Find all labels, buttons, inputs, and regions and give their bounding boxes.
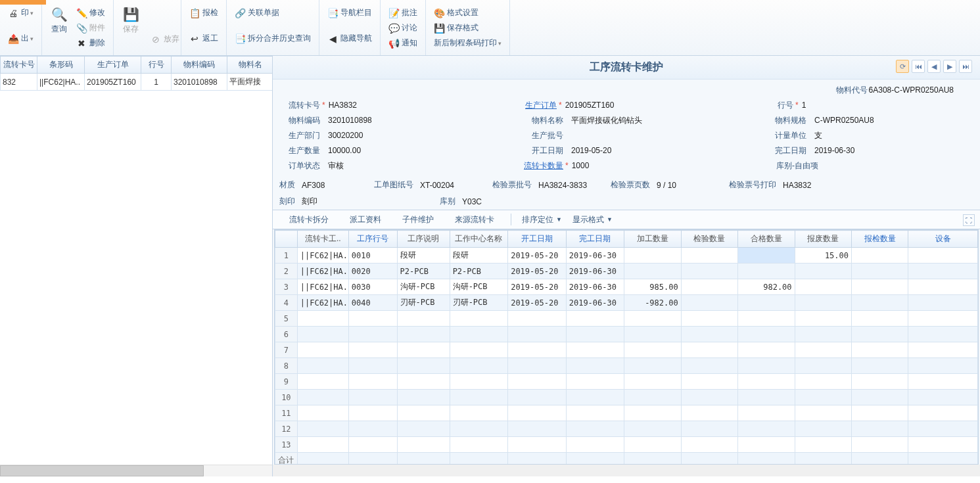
table-row[interactable]: 4||FC62|HA..0040刃研-PCB刃研-PCB2019-05-2020… (275, 295, 978, 311)
card-qty-value: 1000 (571, 161, 643, 170)
col-row-no[interactable]: 行号 (141, 57, 172, 74)
sort-dropdown[interactable]: 排序定位▼ (517, 212, 567, 228)
barcode-print-button[interactable]: 新后制程条码打印▾ (430, 35, 505, 51)
prod-dept-label: 生产部门 (279, 130, 320, 141)
discard-button[interactable]: ⊘放弃 (147, 32, 183, 47)
col-op-desc[interactable]: 工序说明 (397, 231, 450, 248)
prev-button[interactable]: ◀ (927, 60, 941, 73)
card-list-grid[interactable]: 流转卡号 条形码 生产订单 行号 物料编码 物料名 832 ||FC62|HA.… (0, 56, 272, 91)
prod-batch-label: 生产批号 (523, 130, 563, 141)
tab-source[interactable]: 来源流转卡 (445, 211, 504, 228)
hide-nav-button[interactable]: ◀隐藏导航 (323, 31, 376, 46)
last-button[interactable]: ⏭ (959, 60, 972, 73)
nav-bar-button[interactable]: 📑导航栏目 (323, 5, 376, 20)
notify-button[interactable]: 📢通知 (385, 35, 421, 51)
col-equip[interactable]: 设备 (908, 231, 978, 248)
hide-icon: ◀ (327, 34, 338, 44)
first-button[interactable]: ⏮ (912, 60, 925, 73)
col-good-qty[interactable]: 合格数量 (738, 231, 795, 248)
next-button[interactable]: ▶ (943, 60, 956, 73)
delete-button[interactable]: ✖删除 (72, 35, 109, 51)
tab-split[interactable]: 流转卡拆分 (279, 211, 338, 228)
table-row[interactable]: 8 (275, 358, 978, 374)
format-set-button[interactable]: 🎨格式设置 (430, 5, 505, 20)
table-row[interactable]: 13 (275, 437, 978, 453)
insp-page-label: 检验票页数 (611, 179, 650, 191)
col-report-qty[interactable]: 报检数量 (852, 231, 908, 248)
chat-icon: 💬 (388, 23, 399, 34)
refresh-button[interactable]: ⟳ (896, 60, 909, 73)
assoc-doc-button[interactable]: 🔗关联单据 (231, 5, 315, 20)
col-op-no[interactable]: 工序行号 (348, 231, 397, 248)
col-scrap-qty[interactable]: 报废数量 (795, 231, 851, 248)
store-value: Y03C (462, 197, 515, 206)
table-row[interactable]: 5 (275, 311, 978, 327)
display-format-dropdown[interactable]: 显示格式▼ (567, 212, 618, 228)
prod-qty-value: 10000.00 (327, 146, 399, 155)
expand-button[interactable]: ⛶ (963, 214, 975, 226)
material-code-label: 物料代号 (827, 85, 868, 96)
col-wc-name[interactable]: 工作中心名称 (450, 231, 508, 248)
left-hscrollbar[interactable] (0, 465, 272, 476)
col-end[interactable]: 完工日期 (566, 231, 624, 248)
table-row[interactable]: 9 (275, 374, 978, 390)
table-row[interactable]: 12 (275, 421, 978, 437)
modify-button[interactable]: ✏️修改 (72, 5, 109, 20)
col-card-op[interactable]: 流转卡工.. (297, 231, 348, 248)
card-qty-label[interactable]: 流转卡数量 (523, 160, 563, 172)
operation-grid[interactable]: 流转卡工.. 工序行号 工序说明 工作中心名称 开工日期 完工日期 加工数量 检… (275, 230, 978, 465)
prod-order-label[interactable]: 生产订单 (516, 100, 557, 111)
col-prod-order[interactable]: 生产订单 (85, 57, 141, 74)
detail-hscrollbar[interactable] (273, 465, 980, 476)
split-history-button[interactable]: 📑拆分合并历史查询 (231, 31, 315, 46)
col-start[interactable]: 开工日期 (508, 231, 567, 248)
discard-icon: ⊘ (151, 34, 161, 45)
remark-button[interactable]: 📝批注 (385, 5, 421, 20)
col-mat-code[interactable]: 物料编码 (172, 57, 227, 74)
left-grid-container: 流转卡号 条形码 生产订单 行号 物料编码 物料名 832 ||FC62|HA.… (0, 56, 272, 465)
table-row[interactable]: 2||FC62|HA..0020P2-PCBP2-PCB2019-05-2020… (275, 264, 978, 279)
col-barcode[interactable]: 条形码 (37, 57, 85, 74)
prod-order-value: 201905ZT160 (564, 101, 636, 110)
save-format-button[interactable]: 💾保存格式 (430, 20, 505, 35)
list-row[interactable]: 832 ||FC62|HA.. 201905ZT160 1 3201010898… (1, 74, 273, 91)
table-row[interactable]: 3||FC62|HA..0030沟研-PCB沟研-PCB2019-05-2020… (275, 279, 978, 295)
drawing-value: XT-00204 (420, 181, 473, 190)
detail-grid-container: 流转卡工.. 工序行号 工序说明 工作中心名称 开工日期 完工日期 加工数量 检… (274, 229, 979, 465)
rework-button[interactable]: ↩返工 (185, 31, 222, 46)
start-date-value: 2019-05-20 (570, 146, 642, 155)
tab-dispatch[interactable]: 派工资料 (340, 211, 391, 228)
status-label: 订单状态 (279, 160, 320, 172)
store-free-label: 库别-自由项 (766, 160, 818, 172)
mat-spec-label: 物料规格 (766, 115, 806, 126)
table-row[interactable]: 6 (275, 327, 978, 342)
col-insp-qty[interactable]: 检验数量 (681, 231, 737, 248)
mat-code-label: 物料编码 (279, 115, 320, 126)
print-button[interactable]: 🖨印▾ (4, 5, 37, 20)
tab-subitem[interactable]: 子件维护 (392, 211, 444, 228)
insp-print-label: 检验票号打印 (729, 179, 776, 191)
end-date-value: 2019-06-30 (813, 146, 885, 155)
unit-label: 计量单位 (766, 130, 806, 141)
insp-batch-label: 检验票批号 (492, 179, 532, 191)
col-card-no[interactable]: 流转卡号 (1, 57, 37, 74)
col-proc-qty[interactable]: 加工数量 (624, 231, 681, 248)
discuss-button[interactable]: 💬讨论 (385, 20, 421, 35)
query-button[interactable]: 🔍 查询 (46, 5, 72, 36)
tab-strip: 流转卡拆分 派工资料 子件维护 来源流转卡 排序定位▼ 显示格式▼ ⛶ (273, 210, 980, 229)
col-mat-name[interactable]: 物料名 (227, 57, 273, 74)
status-value: 审核 (327, 160, 399, 172)
save-button[interactable]: 💾 保存 (118, 5, 144, 36)
table-row[interactable]: 1||FC62|HA..0010段研段研2019-05-202019-06-30… (275, 248, 978, 264)
table-row[interactable]: 10 (275, 390, 978, 405)
table-row[interactable]: 7 (275, 342, 978, 358)
bell-icon: 📢 (388, 38, 399, 49)
inspect-button[interactable]: 📋报检 (185, 5, 222, 20)
insp-batch-value: HA3824-3833 (538, 181, 591, 190)
mark-value: 刻印 (302, 196, 354, 207)
attach-button[interactable]: 📎附件 (72, 20, 109, 35)
table-row[interactable]: 11 (275, 405, 978, 421)
row-no-value: 1 (801, 101, 873, 110)
export-button[interactable]: 📤出▾ (4, 31, 37, 46)
col-rownum[interactable] (275, 231, 298, 248)
